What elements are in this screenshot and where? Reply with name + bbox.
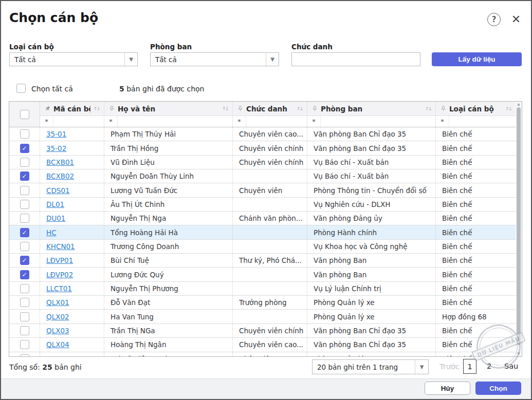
table-row[interactable]: 35-01Phạm Thị Thúy HảiChuyên viên cao...… bbox=[9, 127, 522, 141]
row-checkbox[interactable]: ✓ bbox=[20, 172, 29, 181]
select-all-checkbox[interactable] bbox=[16, 84, 26, 93]
row-checkbox[interactable] bbox=[20, 284, 29, 293]
row-checkbox[interactable] bbox=[20, 214, 29, 223]
row-checkbox[interactable] bbox=[20, 326, 29, 335]
column-header[interactable]: Loại cán bộ↑↓ bbox=[436, 102, 516, 116]
cell-title bbox=[233, 225, 307, 239]
help-icon[interactable]: ? bbox=[487, 13, 501, 26]
column-type: Loại cán bộ↑↓* bbox=[436, 102, 516, 127]
staff-code-link[interactable]: LĐVP01 bbox=[46, 256, 73, 264]
cell-code: BCXB02 bbox=[40, 169, 104, 183]
table-row[interactable]: QLX04Hoàng Thị NgânChuyên viên cao...Văn… bbox=[9, 338, 522, 352]
staff-code-link[interactable]: KHCN01 bbox=[46, 242, 75, 251]
table-row[interactable]: ✓BCXB02Nguyễn Doãn Thùy LinhVụ Báo chí -… bbox=[9, 169, 522, 183]
filter-operator[interactable]: * bbox=[436, 116, 449, 127]
confirm-button[interactable]: Chọn bbox=[475, 382, 521, 395]
staff-code-link[interactable]: QLX02 bbox=[46, 313, 69, 321]
cell-dept: Văn phòng Ban bbox=[307, 268, 436, 281]
staff-type-value: Tất cả bbox=[10, 55, 124, 64]
staff-code-link[interactable]: 35-02 bbox=[46, 144, 66, 153]
table-row[interactable]: QT001Lại Vũ Kiều HạnhNhân viênPhòng Quản… bbox=[9, 352, 522, 357]
table-footer: Tổng số: 25 bản ghi 20 bản ghi trên 1 tr… bbox=[9, 357, 522, 378]
column-header[interactable]: Mã cán bộ↑↓ bbox=[40, 102, 104, 116]
row-checkbox[interactable]: ✓ bbox=[20, 270, 29, 279]
department-select[interactable]: Tất cả ▼ bbox=[150, 52, 279, 66]
scrollbar-thumb[interactable] bbox=[517, 107, 521, 345]
table-row[interactable]: BCXB01Vũ Đình LiệuChuyên viên chínhVụ Bá… bbox=[9, 156, 522, 169]
pagination-prev[interactable]: Trước bbox=[439, 363, 460, 371]
column-filter[interactable]: * bbox=[436, 116, 516, 127]
filter-operator[interactable]: * bbox=[40, 116, 53, 127]
pagination-page-1-current[interactable]: 1 bbox=[463, 359, 476, 374]
cell-title: Chánh văn phòn... bbox=[233, 212, 307, 225]
column-header[interactable]: Chức danh↑↓ bbox=[233, 102, 307, 116]
row-checkbox-cell bbox=[9, 198, 40, 211]
sort-icon[interactable]: ↑↓ bbox=[94, 106, 101, 111]
row-checkbox[interactable]: ✓ bbox=[20, 228, 29, 237]
page-size-select[interactable]: 20 bản ghi trên 1 trang ▼ bbox=[312, 359, 429, 374]
staff-type-select[interactable]: Tất cả ▼ bbox=[9, 52, 138, 66]
row-checkbox[interactable]: ✓ bbox=[20, 256, 29, 265]
table-row[interactable]: ✓35-02Trần Thị HồngChuyên viên chínhVăn … bbox=[9, 141, 522, 155]
staff-code-link[interactable]: HC bbox=[46, 228, 57, 237]
row-checkbox-cell bbox=[9, 240, 40, 253]
filter-operator[interactable]: * bbox=[307, 116, 321, 127]
row-checkbox[interactable] bbox=[20, 298, 29, 307]
row-checkbox[interactable] bbox=[20, 312, 29, 321]
scroll-up-icon[interactable]: ▲ bbox=[516, 102, 522, 106]
row-checkbox-cell: ✓ bbox=[9, 141, 40, 155]
column-filter[interactable]: * bbox=[307, 116, 435, 127]
cell-code: CDS01 bbox=[40, 183, 104, 197]
table-row[interactable]: QLX02Ha Van TungPhòng Quản lý xeHợp đồng… bbox=[9, 310, 522, 323]
filter-operator[interactable]: * bbox=[104, 116, 118, 127]
filter-operator[interactable]: * bbox=[233, 116, 246, 127]
table-row[interactable]: QLX01Đỗ Văn ĐạtTrưởng phòngPhòng Quản lý… bbox=[9, 296, 522, 310]
header-select-checkbox[interactable] bbox=[20, 110, 29, 119]
table-row[interactable]: ✓LĐVP01Bùi Chí TuệThư ký, Phó Chá...Văn … bbox=[9, 254, 522, 268]
column-filter[interactable]: * bbox=[40, 116, 104, 127]
row-checkbox[interactable] bbox=[20, 129, 29, 139]
row-checkbox[interactable] bbox=[20, 186, 29, 195]
cancel-button[interactable]: Hủy bbox=[425, 382, 470, 395]
staff-code-link[interactable]: BCXB02 bbox=[46, 172, 74, 180]
table-row[interactable]: CDS01Lương Vũ Tuấn ĐứcChuyên viênPhòng T… bbox=[9, 183, 522, 197]
staff-code-link[interactable]: DU01 bbox=[46, 214, 65, 222]
row-checkbox[interactable] bbox=[20, 242, 29, 251]
sort-icon[interactable]: ↑↓ bbox=[222, 106, 229, 111]
column-filter[interactable]: * bbox=[104, 116, 232, 127]
column-filter[interactable]: * bbox=[233, 116, 307, 127]
staff-code-link[interactable]: DL01 bbox=[46, 200, 64, 208]
staff-code-link[interactable]: QLX03 bbox=[46, 327, 69, 335]
table-row[interactable]: DL01Âu Thị Út ChinhVụ Nghiên cứu - DLXHB… bbox=[9, 198, 522, 212]
cell-type: Biên chế bbox=[436, 352, 516, 357]
row-checkbox[interactable] bbox=[20, 200, 29, 209]
staff-code-link[interactable]: CDS01 bbox=[46, 186, 70, 195]
column-header[interactable]: Phòng ban↑↓ bbox=[307, 102, 435, 116]
scroll-down-icon[interactable]: ▼ bbox=[516, 352, 522, 356]
table-row[interactable]: ✓HCTổng Hoàng Hải HàPhòng Hành chínhBiên… bbox=[9, 225, 522, 239]
table-row[interactable]: QLX03Trần Thị NGaChuyên viên chínhVăn ph… bbox=[9, 324, 522, 338]
sort-icon[interactable]: ↑↓ bbox=[297, 106, 304, 111]
pagination-next[interactable]: Sau bbox=[504, 362, 518, 370]
row-checkbox[interactable] bbox=[20, 340, 29, 349]
table-row[interactable]: DU01Nguyễn Thị NgaChánh văn phòn...Văn p… bbox=[9, 212, 522, 225]
staff-code-link[interactable]: QLX01 bbox=[46, 298, 69, 307]
column-header[interactable]: Họ và tên↑↓ bbox=[104, 102, 232, 116]
table-row[interactable]: KHCN01Trương Công DoanhVụ Khoa học và Cô… bbox=[9, 240, 522, 254]
sort-icon[interactable]: ↑↓ bbox=[425, 106, 432, 111]
staff-code-link[interactable]: 35-01 bbox=[46, 130, 66, 138]
staff-code-link[interactable]: LLCT01 bbox=[46, 284, 72, 293]
staff-code-link[interactable]: LĐVP02 bbox=[46, 271, 73, 279]
staff-code-link[interactable]: QLX04 bbox=[46, 340, 69, 349]
table-vertical-scrollbar[interactable]: ▲ ▼ bbox=[516, 102, 522, 356]
pagination-page-2[interactable]: 2 bbox=[487, 362, 491, 370]
row-checkbox[interactable]: ✓ bbox=[20, 144, 29, 153]
job-title-input[interactable] bbox=[291, 52, 420, 66]
table-row[interactable]: ✓LĐVP02Lương Đức QuýVăn phòng BanBiên ch… bbox=[9, 268, 522, 281]
row-checkbox[interactable] bbox=[20, 158, 29, 167]
fetch-data-button[interactable]: Lấy dữ liệu bbox=[432, 52, 522, 66]
close-icon[interactable]: ✕ bbox=[509, 12, 523, 26]
sort-icon[interactable]: ↑↓ bbox=[505, 106, 512, 111]
staff-code-link[interactable]: BCXB01 bbox=[46, 158, 74, 166]
table-row[interactable]: LLCT01Nguyễn Thị PhươngVụ Lý luận Chính … bbox=[9, 282, 522, 296]
